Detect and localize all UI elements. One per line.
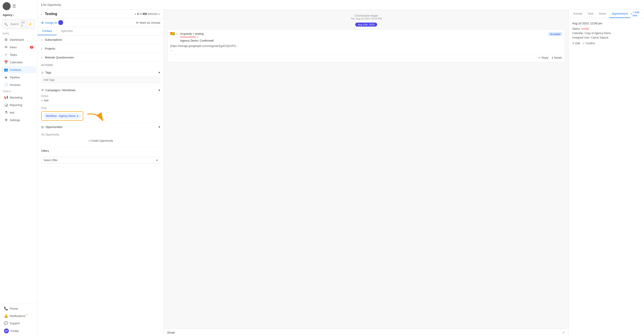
assigned-value: Carlos Salazar <box>591 36 608 39</box>
sidebar-item-inbox[interactable]: ✉ Inbox 0 <box>1 44 36 51</box>
edit-button[interactable]: ✎ Edit <box>572 42 580 45</box>
sidebar-item-label: Marketing <box>10 96 22 99</box>
opportunities-section: No Opportunity. + Create Opportunity <box>38 131 164 146</box>
prev-button[interactable]: ◂ <box>135 12 136 15</box>
email-status: Unsuccessful <box>180 35 196 38</box>
tags-section <box>38 77 164 86</box>
email-icon: ✉ <box>136 21 138 24</box>
sidebar-item-calendars[interactable]: 📅 Calendars <box>1 59 36 66</box>
sidebar-item-label: Dashboard <box>10 38 24 41</box>
expand-icon[interactable]: ⤢ <box>562 331 565 334</box>
reply-button[interactable]: ↩ Reply <box>538 56 548 59</box>
refresh-icon: ↺ <box>197 36 199 38</box>
sidebar-item-pipeline[interactable]: ◈ Pipeline <box>1 74 36 81</box>
sidebar-item-label: Notifications <box>10 314 26 318</box>
left-panel: ‹ Testing ◂ 2 of 428 selected ▸ ⊕ Assign… <box>38 10 164 336</box>
create-opp-label: + Create Opportunity <box>88 139 113 142</box>
info-icon: ℹ <box>41 3 42 7</box>
past-label: Past <box>41 106 160 110</box>
sidebar-item-support[interactable]: 💬 Support <box>1 320 36 327</box>
subscriptions-header[interactable]: › Subscriptions <box>38 35 164 44</box>
workflow-tag[interactable]: Workflow - Agency Demo ⚙ <box>44 114 80 118</box>
email-body-link: [https://storage.googleapis.com/msgsndr/… <box>170 44 562 48</box>
pagination-text: 2 of 428 selected <box>137 12 158 15</box>
next-button[interactable]: ▸ <box>159 12 160 15</box>
sidebar-item-label: Reporting <box>10 103 22 107</box>
reporting-icon: 📊 <box>4 103 8 107</box>
sidebar-item-invoices[interactable]: 📄 Invoices <box>1 81 36 88</box>
tab-task[interactable]: Task <box>585 10 596 18</box>
org-selector[interactable]: Agency ▾ <box>0 13 38 17</box>
sidebar-item-profile[interactable]: GP Profile <box>1 327 36 335</box>
campaigns-label: Campaigns / Workflows <box>46 88 76 92</box>
campaigns-section: Active + Add <box>38 94 164 105</box>
support-icon: 💬 <box>4 321 8 325</box>
right-tabs: Activity Task Notes Appointment + + Add … <box>569 10 644 18</box>
details-button[interactable]: ℹ Details <box>552 56 562 59</box>
email-icons: ⚠ <box>170 32 178 35</box>
plus-icon: ⊕ <box>41 21 44 24</box>
questionnaire-header[interactable]: › Website Questionnaire <box>38 53 164 62</box>
campaigns-icon: ↺ <box>41 88 44 92</box>
opportunities-icon: ◎ <box>41 125 44 129</box>
sidebar-item-phone[interactable]: 📞 Phone <box>1 305 36 312</box>
tags-header[interactable]: ◇ Tags ▾ <box>38 68 164 77</box>
tags-input[interactable] <box>41 77 160 83</box>
add-new-button[interactable]: + + Add new <box>630 11 642 17</box>
search-shortcut: ctrl K <box>20 20 27 28</box>
sidebar-item-notifications[interactable]: 🔔 Notifications ● <box>1 312 36 320</box>
offers-section: Select Offer ▾ <box>38 155 164 166</box>
tab-activity[interactable]: Activity <box>570 10 585 18</box>
email-from-block: Acquirely > testing Unsuccessful ↺ Agenc… <box>180 32 214 42</box>
assign-avatar <box>58 20 63 25</box>
sidebar-item-dashboard[interactable]: ⊞ Dashboard <box>1 36 36 43</box>
email-header: ⚠ Acquirely > testing Unsuccessful ↺ Age… <box>170 32 562 42</box>
search-icon: 🔍 <box>4 22 9 26</box>
assign-button[interactable]: ⊕ Assign to <box>41 20 63 25</box>
accepted-badge: Accepted <box>548 32 562 36</box>
select-offer-dropdown[interactable]: Select Offer ▾ <box>41 157 160 164</box>
workflow-label: Workflow - Agency Demo <box>46 114 76 117</box>
appt-status: Status: Invalid <box>572 27 640 30</box>
sidebar-item-test[interactable]: ⚗ test <box>1 109 36 116</box>
create-opportunity-button[interactable]: + Create Opportunity <box>41 138 160 144</box>
sidebar-item-settings[interactable]: ⚙ Settings <box>1 116 36 123</box>
reply-label: Reply <box>542 56 548 59</box>
sidebar-item-reporting[interactable]: 📊 Reporting <box>1 101 36 108</box>
add-new-label: + Add new <box>632 11 642 17</box>
search-bar[interactable]: 🔍 Search ctrl K ⚡ <box>2 19 35 29</box>
mark-unread-button[interactable]: ✉ Mark as Unread <box>136 21 160 24</box>
sidebar-item-marketing[interactable]: 📢 Marketing <box>1 94 36 101</box>
status-label: Status <box>572 27 580 30</box>
email-from: Acquirely > testing <box>180 32 214 35</box>
chevron-down-icon: ▾ <box>158 125 160 129</box>
back-button[interactable]: ‹ <box>41 12 42 16</box>
tags-accordion: ◇ Tags ▾ <box>38 68 164 86</box>
projects-label: Projects <box>45 47 55 50</box>
sidebar-item-contacts[interactable]: 👥 Contacts <box>1 66 36 73</box>
email-body: [https://storage.googleapis.com/msgsndr/… <box>170 44 562 52</box>
tab-contact[interactable]: Contact <box>38 27 56 35</box>
tab-appointment[interactable]: Appointment <box>609 10 630 18</box>
date-pill: Aug 10th, 2023 <box>355 22 377 26</box>
sidebar-item-label: Settings <box>10 118 20 122</box>
tags-label: Tags <box>45 71 51 74</box>
status-value: Invalid <box>581 27 589 30</box>
projects-accordion: › Projects <box>38 44 164 53</box>
opportunities-header[interactable]: ◎ Opportunities ▾ <box>38 123 164 131</box>
confirm-button[interactable]: ✓ Confirm <box>583 42 595 45</box>
menu-icon[interactable]: ☰ <box>12 4 16 9</box>
apps-section-label: Apps <box>0 31 38 36</box>
tab-agencies[interactable]: Agencies <box>56 27 77 35</box>
date-divider: Aug 10th, 2023 <box>168 22 565 26</box>
pagination-info: ◂ 2 of 428 selected ▸ <box>135 12 160 15</box>
sidebar-item-tasks[interactable]: ✓ Tasks <box>1 51 36 58</box>
questionnaire-label: Website Questionnaire <box>45 56 74 59</box>
offers-label: Offers <box>41 149 49 152</box>
add-campaign-button[interactable]: + Add <box>41 99 160 102</box>
tab-notes[interactable]: Notes <box>596 10 609 18</box>
campaigns-header[interactable]: ↺ Campaigns / Workflows ▾ <box>38 86 164 94</box>
lightning-icon: ⚡ <box>28 22 33 26</box>
edit-label: Edit <box>575 42 580 45</box>
projects-header[interactable]: › Projects <box>38 44 164 53</box>
